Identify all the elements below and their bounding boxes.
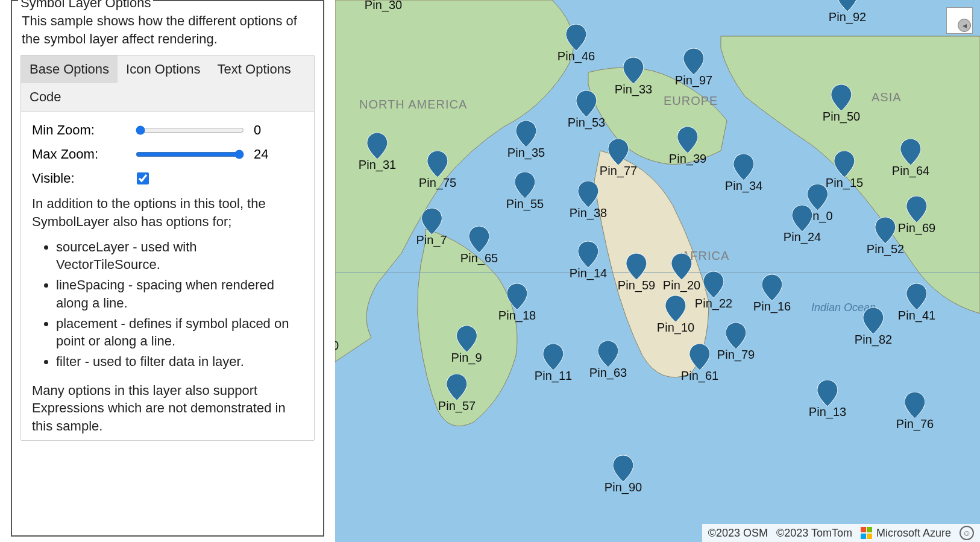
- pin-label: Pin_90: [605, 481, 642, 494]
- tab-code[interactable]: Code: [21, 83, 70, 111]
- map-pin[interactable]: Pin_52: [867, 217, 904, 256]
- pin-label: Pin_33: [615, 83, 652, 96]
- pin-label: Pin_50: [823, 110, 860, 124]
- map-pin[interactable]: Pin_63: [589, 341, 627, 380]
- map-pin[interactable]: Pin_16: [753, 274, 791, 314]
- pin-label: Pin_24: [784, 230, 821, 244]
- pin-label: Pin_55: [506, 197, 544, 211]
- pin-label: Pin_75: [419, 176, 456, 190]
- map-pin[interactable]: Pin_24: [784, 205, 821, 244]
- feedback-icon[interactable]: ☺: [960, 526, 974, 540]
- pin-label: Pin_82: [855, 333, 892, 347]
- map-pin[interactable]: Pin_33: [615, 57, 652, 96]
- map-pin[interactable]: Pin_11: [535, 344, 572, 383]
- pin-label: Pin_65: [460, 251, 498, 265]
- map-zoom-control[interactable]: ◂: [946, 7, 973, 34]
- pin-label: Pin_14: [570, 266, 607, 280]
- map[interactable]: NORTH AMERICA EUROPE ASIA AFRICA Indian …: [335, 0, 980, 542]
- region-label-north-america: NORTH AMERICA: [359, 98, 467, 112]
- microsoft-logo-icon: [861, 527, 873, 539]
- pin-label: Pin_30: [365, 0, 402, 12]
- notes-item: lineSpacing - spacing when rendered alon…: [56, 276, 303, 312]
- min-zoom-value: 0: [254, 122, 261, 138]
- pin-label: Pin_59: [618, 279, 655, 292]
- pin-label: Pin_97: [675, 74, 712, 87]
- pin-label: Pin_18: [498, 309, 536, 323]
- pin-label: Pin_57: [438, 399, 476, 413]
- map-pin[interactable]: Pin_31: [359, 133, 396, 172]
- map-attribution: ©2023 OSM ©2023 TomTom Microsoft Azure ☺: [702, 524, 980, 542]
- map-pin[interactable]: Pin_65: [460, 226, 498, 265]
- notes: In addition to the options in this tool,…: [32, 195, 303, 435]
- map-pin[interactable]: Pin_61: [681, 344, 718, 383]
- tab-text-options[interactable]: Text Options: [209, 55, 300, 83]
- pin-label: Pin_41: [898, 309, 935, 323]
- max-zoom-label: Max Zoom:: [32, 147, 134, 162]
- map-pin[interactable]: Pin_77: [600, 139, 637, 178]
- pin-label: Pin_10: [657, 321, 694, 335]
- map-pin[interactable]: Pin_79: [717, 323, 755, 362]
- panel-title: Symbol Layer Options: [18, 0, 153, 11]
- pin-label: Pin_61: [681, 369, 718, 383]
- pin-label: Pin_35: [507, 146, 545, 160]
- attribution-brand: Microsoft Azure: [876, 527, 951, 540]
- map-pin[interactable]: Pin_75: [419, 151, 456, 190]
- pin-label: Pin_38: [570, 206, 607, 220]
- map-pin[interactable]: Pin_40: [335, 314, 339, 353]
- map-pin[interactable]: Pin_41: [898, 283, 935, 323]
- attribution-osm: ©2023 OSM: [708, 527, 768, 540]
- map-pin[interactable]: Pin_64: [892, 139, 929, 178]
- map-pin[interactable]: Pin_39: [669, 127, 706, 166]
- min-zoom-slider[interactable]: [136, 125, 244, 135]
- min-zoom-label: Min Zoom:: [32, 122, 134, 138]
- pin-label: Pin_63: [589, 366, 627, 380]
- notes-footer: Many options in this layer also support …: [32, 382, 303, 435]
- pin-label: Pin_31: [359, 158, 396, 172]
- tab-base-options[interactable]: Base Options: [21, 55, 118, 83]
- visible-label: Visible:: [32, 171, 134, 186]
- notes-item: filter - used to filter data in layer.: [56, 353, 303, 371]
- map-pin[interactable]: Pin_35: [507, 121, 545, 160]
- map-pin[interactable]: Pin_50: [823, 84, 860, 124]
- arrow-left-icon: ◂: [958, 19, 971, 32]
- region-label-asia: ASIA: [872, 90, 902, 104]
- pin-label: Pin_77: [600, 164, 637, 178]
- notes-item: placement - defines if symbol placed on …: [56, 315, 303, 350]
- map-pin[interactable]: Pin_57: [438, 374, 476, 413]
- map-pin[interactable]: Pin_10: [657, 295, 694, 335]
- pin-label: Pin_79: [717, 348, 755, 362]
- map-pin[interactable]: Pin_13: [809, 380, 846, 419]
- map-pin[interactable]: Pin_9: [451, 326, 482, 365]
- map-pin[interactable]: Pin_82: [855, 307, 892, 347]
- map-pin[interactable]: Pin_90: [605, 455, 642, 494]
- pin-label: Pin_76: [896, 417, 934, 431]
- map-pin[interactable]: Pin_53: [568, 90, 605, 130]
- pin-label: Pin_39: [669, 152, 706, 166]
- pin-label: Pin_22: [695, 297, 732, 310]
- map-pin[interactable]: Pin_59: [618, 253, 655, 292]
- attribution-tomtom: ©2023 TomTom: [776, 527, 852, 540]
- max-zoom-value: 24: [254, 147, 268, 162]
- map-pin[interactable]: Pin_46: [558, 24, 595, 63]
- map-pin[interactable]: Pin_55: [506, 172, 544, 211]
- map-pin[interactable]: Pin_18: [498, 283, 536, 323]
- notes-item: sourceLayer - used with VectorTileSource…: [56, 238, 303, 274]
- map-pin[interactable]: Pin_34: [725, 154, 762, 193]
- map-pin[interactable]: Pin_76: [896, 392, 934, 431]
- tab-icon-options[interactable]: Icon Options: [118, 55, 209, 83]
- pin-label: Pin_92: [829, 10, 866, 24]
- options-tabs: Base Options Icon Options Text Options C…: [20, 55, 315, 440]
- region-label-europe: EUROPE: [664, 94, 718, 108]
- map-pin[interactable]: Pin_38: [570, 181, 607, 220]
- map-pin[interactable]: Pin_30: [365, 0, 402, 12]
- map-pin[interactable]: Pin_97: [675, 48, 712, 87]
- visible-checkbox[interactable]: [137, 172, 149, 184]
- map-pin[interactable]: Pin_7: [416, 208, 447, 247]
- max-zoom-slider[interactable]: [136, 150, 244, 159]
- map-pin[interactable]: Pin_22: [695, 271, 732, 310]
- pin-label: Pin_34: [725, 179, 762, 193]
- map-pin[interactable]: Pin_92: [829, 0, 866, 24]
- pin-label: Pin_40: [335, 339, 339, 353]
- pin-label: Pin_64: [892, 164, 929, 178]
- map-pin[interactable]: Pin_14: [570, 241, 607, 280]
